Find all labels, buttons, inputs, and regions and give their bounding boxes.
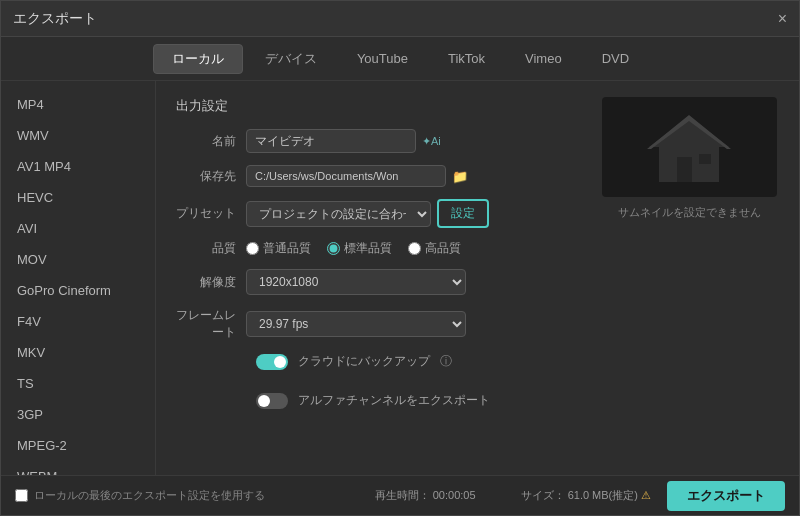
footer-divider (492, 487, 505, 505)
settings-button[interactable]: 設定 (437, 199, 489, 228)
preset-row: プリセット プロジェクトの設定に合わせる 設定 (176, 199, 583, 228)
path-row: 保存先 📁 (176, 165, 583, 187)
export-window: エクスポート × ローカル デバイス YouTube TikTok Vimeo … (0, 0, 800, 516)
name-input[interactable] (246, 129, 416, 153)
sidebar-item-gopro[interactable]: GoPro Cineform (1, 275, 155, 306)
size-info: サイズ： 61.0 MB(推定) ⚠ (521, 488, 651, 503)
sidebar-item-wmv[interactable]: WMV (1, 120, 155, 151)
window-title: エクスポート (13, 10, 97, 28)
section-title: 出力設定 (176, 97, 583, 115)
quality-high-radio[interactable] (408, 242, 421, 255)
footer-left: ローカルの最後のエクスポート設定を使用する (15, 488, 265, 503)
cloud-toggle-slider[interactable] (256, 354, 288, 370)
tab-device[interactable]: デバイス (247, 45, 335, 73)
framerate-label: フレームレート (176, 307, 246, 341)
name-input-group: ✦Ai (246, 129, 441, 153)
footer-right: 再生時間： 00:00:05 サイズ： 61.0 MB(推定) ⚠ エクスポート (375, 481, 785, 511)
alpha-label: アルファチャンネルをエクスポート (298, 392, 490, 409)
alpha-toggle-knob (258, 395, 270, 407)
duration-value: 00:00:05 (433, 489, 476, 501)
sidebar-item-3gp[interactable]: 3GP (1, 399, 155, 430)
close-button[interactable]: × (778, 10, 787, 28)
last-settings-label: ローカルの最後のエクスポート設定を使用する (34, 488, 265, 503)
sidebar-item-avi[interactable]: AVI (1, 213, 155, 244)
sidebar-item-webm[interactable]: WEBM (1, 461, 155, 475)
sidebar-item-ts[interactable]: TS (1, 368, 155, 399)
path-input[interactable] (246, 165, 446, 187)
resolution-label: 解像度 (176, 274, 246, 291)
cloud-backup-row: クラウドにバックアップ ⓘ (256, 353, 583, 380)
last-settings-checkbox[interactable] (15, 489, 28, 502)
quality-high-label[interactable]: 高品質 (425, 240, 461, 257)
sidebar-item-mkv[interactable]: MKV (1, 337, 155, 368)
quality-standard-radio[interactable] (327, 242, 340, 255)
duration-label: 再生時間： (375, 489, 430, 501)
preset-select[interactable]: プロジェクトの設定に合わせる (246, 201, 431, 227)
alpha-toggle[interactable] (256, 393, 288, 409)
duration-info: 再生時間： 00:00:05 (375, 488, 476, 503)
cloud-info-icon[interactable]: ⓘ (440, 353, 452, 370)
quality-standard-group: 標準品質 (327, 240, 392, 257)
footer: ローカルの最後のエクスポート設定を使用する 再生時間： 00:00:05 サイズ… (1, 475, 799, 515)
preset-input-group: プロジェクトの設定に合わせる 設定 (246, 199, 489, 228)
cloud-toggle-group: クラウドにバックアップ ⓘ (256, 353, 452, 370)
quality-low-radio[interactable] (246, 242, 259, 255)
size-label: サイズ： (521, 489, 565, 501)
sidebar-item-f4v[interactable]: F4V (1, 306, 155, 337)
size-warning-icon: ⚠ (641, 489, 651, 501)
tab-tiktok[interactable]: TikTok (430, 46, 503, 71)
resolution-select[interactable]: 1920x1080 (246, 269, 466, 295)
sidebar-item-av1mp4[interactable]: AV1 MP4 (1, 151, 155, 182)
name-row: 名前 ✦Ai (176, 129, 583, 153)
framerate-select[interactable]: 29.97 fps (246, 311, 466, 337)
svg-rect-3 (677, 157, 692, 182)
preset-label: プリセット (176, 205, 246, 222)
preview-panel: サムネイルを設定できません (599, 97, 779, 459)
sidebar-item-mp4[interactable]: MP4 (1, 89, 155, 120)
sidebar-item-mpeg2[interactable]: MPEG-2 (1, 430, 155, 461)
size-value: 61.0 MB(推定) (568, 489, 638, 501)
quality-label: 品質 (176, 240, 246, 257)
framerate-row: フレームレート 29.97 fps (176, 307, 583, 341)
titlebar: エクスポート × (1, 1, 799, 37)
tabs-bar: ローカル デバイス YouTube TikTok Vimeo DVD (1, 37, 799, 81)
sidebar: MP4 WMV AV1 MP4 HEVC AVI MOV GoPro Cinef… (1, 81, 156, 475)
sidebar-item-hevc[interactable]: HEVC (1, 182, 155, 213)
cloud-toggle-knob (274, 356, 286, 368)
preview-image (629, 107, 749, 187)
quality-high-group: 高品質 (408, 240, 461, 257)
resolution-row: 解像度 1920x1080 (176, 269, 583, 295)
tab-youtube[interactable]: YouTube (339, 46, 426, 71)
settings-panel: 出力設定 名前 ✦Ai 保存先 📁 (176, 97, 583, 459)
tab-local[interactable]: ローカル (153, 44, 243, 74)
alpha-toggle-slider[interactable] (256, 393, 288, 409)
ai-icon[interactable]: ✦Ai (422, 135, 441, 148)
tab-dvd[interactable]: DVD (584, 46, 647, 71)
main-content: 出力設定 名前 ✦Ai 保存先 📁 (156, 81, 799, 475)
preview-thumbnail (602, 97, 777, 197)
export-button[interactable]: エクスポート (667, 481, 785, 511)
quality-low-group: 普通品質 (246, 240, 311, 257)
quality-low-label[interactable]: 普通品質 (263, 240, 311, 257)
path-label: 保存先 (176, 168, 246, 185)
name-label: 名前 (176, 133, 246, 150)
quality-standard-label[interactable]: 標準品質 (344, 240, 392, 257)
alpha-toggle-group: アルファチャンネルをエクスポート (256, 392, 490, 409)
content-area: MP4 WMV AV1 MP4 HEVC AVI MOV GoPro Cinef… (1, 81, 799, 475)
folder-icon[interactable]: 📁 (452, 169, 468, 184)
path-input-group: 📁 (246, 165, 468, 187)
quality-row: 品質 普通品質 標準品質 高品質 (176, 240, 583, 257)
svg-rect-4 (699, 154, 711, 164)
tab-vimeo[interactable]: Vimeo (507, 46, 580, 71)
alpha-row: アルファチャンネルをエクスポート (256, 392, 583, 419)
cloud-backup-label: クラウドにバックアップ (298, 353, 430, 370)
sidebar-item-mov[interactable]: MOV (1, 244, 155, 275)
thumb-label: サムネイルを設定できません (618, 205, 761, 220)
quality-options: 普通品質 標準品質 高品質 (246, 240, 461, 257)
cloud-toggle[interactable] (256, 354, 288, 370)
